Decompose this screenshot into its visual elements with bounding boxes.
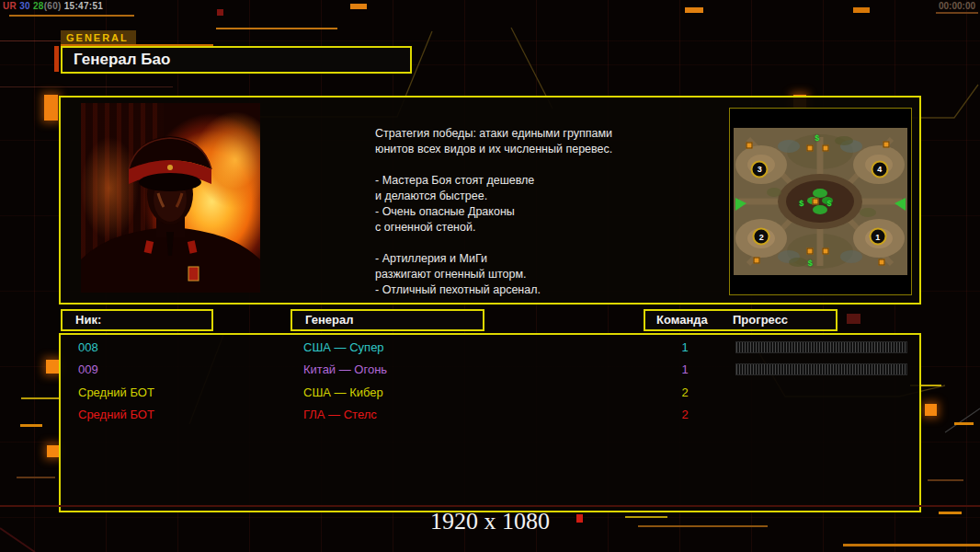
decor-bar xyxy=(685,7,703,13)
player-team: 1 xyxy=(671,340,699,354)
player-nick: 009 xyxy=(78,362,98,376)
decor-bar xyxy=(350,4,367,9)
match-timer: 00:00:00 xyxy=(939,1,975,11)
decor-line xyxy=(216,28,337,29)
table-row: Средний БОТ ГЛА — Стелс 2 xyxy=(61,404,919,426)
player-general: ГЛА — Стелс xyxy=(303,408,377,421)
tech-building-marker xyxy=(823,145,829,152)
header-team-progress: Команда Прогресс xyxy=(644,309,838,331)
tech-building-marker xyxy=(746,143,753,149)
loading-screen: UR 30 28(60) 15:47:51 00:00:00 GENERAL Г… xyxy=(0,0,980,552)
money-marker: $ xyxy=(808,259,813,268)
money-marker: $ xyxy=(826,199,831,208)
minimap-panel: 1234$$$$ xyxy=(729,108,912,295)
decor-line xyxy=(9,15,134,17)
decor-square xyxy=(217,9,223,16)
player-nick: 008 xyxy=(78,340,98,354)
debug-segment: 15:47:51 xyxy=(62,1,104,11)
general-silhouette xyxy=(81,103,260,293)
table-row: 008 США — Супер 1 xyxy=(61,337,919,359)
debug-segment: 30 xyxy=(17,1,30,11)
tech-building-marker xyxy=(807,145,814,152)
start-position-marker: 4 xyxy=(871,160,888,178)
player-team: 1 xyxy=(671,362,699,376)
table-row: 009 Китай — Огонь 1 xyxy=(61,359,919,381)
table-row: Средний БОТ США — Кибер 2 xyxy=(61,382,919,404)
tech-building-marker xyxy=(807,248,814,255)
decor-line xyxy=(0,86,173,87)
debug-readout: UR 30 28(60) 15:47:51 xyxy=(3,1,103,11)
player-progress-bar xyxy=(735,341,907,353)
header-progress: Прогресс xyxy=(733,311,788,329)
debug-segment: UR xyxy=(3,1,17,11)
tech-building-marker xyxy=(883,141,890,147)
header-nick: Ник: xyxy=(61,309,213,331)
money-marker: $ xyxy=(815,133,819,143)
decor-square xyxy=(44,95,58,121)
general-title: Генерал Бао xyxy=(61,46,412,74)
minimap-terrain xyxy=(734,128,907,275)
player-progress-bar xyxy=(735,363,907,375)
decor-bar xyxy=(54,46,59,72)
player-team: 2 xyxy=(671,385,699,399)
player-nick: Средний БОТ xyxy=(78,385,154,399)
money-marker: $ xyxy=(799,199,803,208)
start-position-marker: 3 xyxy=(751,160,769,178)
decor-bar xyxy=(853,7,870,13)
debug-segment: (60) xyxy=(44,1,62,11)
decor-line xyxy=(954,422,974,425)
general-tab-label: GENERAL xyxy=(61,30,136,44)
tech-building-marker xyxy=(823,248,829,255)
player-team: 2 xyxy=(671,408,699,421)
decor-line xyxy=(17,477,55,478)
minimap-area: 1234$$$$ xyxy=(734,128,907,275)
debug-segment: 28 xyxy=(30,1,44,11)
decor-line xyxy=(21,397,59,399)
tech-building-marker xyxy=(812,199,818,205)
decor-line xyxy=(936,12,978,14)
player-general: США — Супер xyxy=(303,340,384,354)
decor-square xyxy=(925,404,937,416)
general-portrait xyxy=(81,103,260,293)
tech-building-marker xyxy=(878,259,884,265)
decor-square xyxy=(847,314,860,324)
start-position-marker: 2 xyxy=(753,228,770,246)
decor-square xyxy=(47,445,59,457)
player-rows: 008 США — Супер 1 009 Китай — Огонь 1 Ср… xyxy=(61,337,919,427)
decor-line xyxy=(843,544,980,546)
header-general: Генерал xyxy=(291,309,484,331)
player-general: Китай — Огонь xyxy=(303,362,387,376)
resolution-label: 1920 x 1080 xyxy=(0,508,980,535)
decor-square xyxy=(46,360,60,374)
strategy-text: Стратегия победы: атаки едиными группами… xyxy=(375,126,678,298)
decor-line xyxy=(928,479,963,481)
header-team: Команда xyxy=(656,311,708,329)
player-general: США — Кибер xyxy=(303,385,383,399)
tech-building-marker xyxy=(753,258,759,264)
start-position-marker: 1 xyxy=(869,228,886,246)
bottom-divider xyxy=(0,505,980,507)
player-nick: Средний БОТ xyxy=(78,408,154,421)
decor-line xyxy=(20,424,42,427)
